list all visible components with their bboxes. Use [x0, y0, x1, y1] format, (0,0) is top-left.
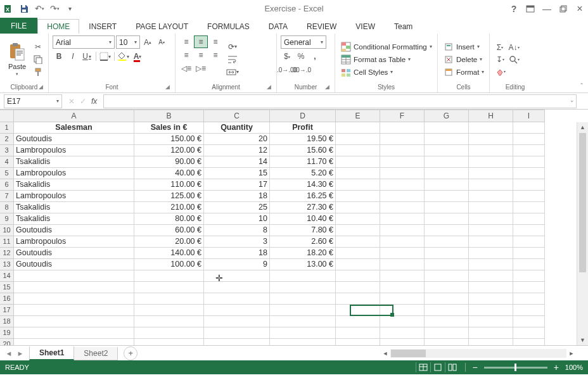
cell[interactable] [380, 213, 425, 225]
cell[interactable]: Goutoudis [14, 259, 134, 270]
cell[interactable] [469, 122, 513, 134]
cell[interactable] [336, 156, 380, 168]
cell[interactable] [336, 270, 380, 282]
cell[interactable] [270, 293, 336, 305]
restore-icon[interactable] [558, 3, 569, 15]
paste-button[interactable]: Paste ▾ [4, 35, 30, 83]
align-right-icon[interactable]: ≡ [208, 49, 222, 61]
cell[interactable]: 18.20 € [270, 248, 336, 259]
col-header-B[interactable]: B [134, 110, 204, 122]
cell[interactable] [336, 293, 380, 305]
cell[interactable] [469, 305, 513, 316]
decrease-indent-icon[interactable]: ◁≡ [179, 62, 193, 75]
cell[interactable] [336, 202, 380, 213]
align-middle-icon[interactable]: ≡ [194, 35, 208, 48]
cell[interactable] [469, 213, 513, 225]
cell[interactable] [14, 270, 134, 282]
excel-app-icon[interactable]: X [3, 3, 15, 15]
cell[interactable] [513, 134, 545, 145]
cell[interactable] [425, 316, 469, 327]
cell[interactable] [425, 202, 469, 213]
undo-icon[interactable]: ↶▾ [33, 3, 46, 15]
clear-icon[interactable]: ▾ [494, 66, 506, 77]
tab-view[interactable]: VIEW [346, 19, 385, 34]
cell[interactable] [134, 282, 204, 293]
cell[interactable] [270, 339, 336, 345]
vertical-scrollbar[interactable]: ▲ ▼ [577, 122, 588, 345]
cell[interactable] [513, 282, 545, 293]
cell[interactable] [336, 316, 380, 327]
cell[interactable] [270, 327, 336, 339]
col-header-G[interactable]: G [425, 110, 469, 122]
tab-insert[interactable]: INSERT [79, 19, 126, 34]
cell[interactable] [425, 270, 469, 282]
orientation-icon[interactable]: ⟳▾ [226, 41, 239, 53]
scroll-thumb[interactable] [579, 133, 586, 272]
cell[interactable] [204, 270, 270, 282]
save-icon[interactable] [18, 3, 30, 15]
autosum-icon[interactable]: Σ▾ [494, 42, 506, 53]
cell[interactable]: 7.80 € [270, 225, 336, 236]
expand-formula-bar-icon[interactable]: ⌄ [570, 97, 575, 103]
cell[interactable] [380, 122, 425, 134]
horizontal-scrollbar[interactable]: ◄ ► [380, 348, 577, 358]
fill-icon[interactable]: ↧▾ [494, 54, 506, 65]
cell[interactable] [336, 145, 380, 156]
row-header[interactable]: 11 [0, 236, 14, 248]
cell[interactable] [336, 213, 380, 225]
qat-customize-icon[interactable]: ▾ [63, 3, 76, 15]
cell[interactable] [336, 179, 380, 191]
cell[interactable]: 110.00 € [134, 179, 204, 191]
cell[interactable] [204, 327, 270, 339]
cell[interactable] [204, 305, 270, 316]
zoom-out-icon[interactable]: − [472, 362, 477, 372]
cell[interactable]: Goutoudis [14, 134, 134, 145]
cell[interactable]: 15 [204, 168, 270, 179]
cell[interactable] [336, 248, 380, 259]
cell[interactable] [134, 305, 204, 316]
find-select-icon[interactable]: ▾ [508, 54, 520, 65]
cell[interactable] [425, 248, 469, 259]
tab-data[interactable]: DATA [259, 19, 297, 34]
cell[interactable] [380, 316, 425, 327]
add-sheet-icon[interactable]: + [124, 346, 137, 360]
cell[interactable] [469, 282, 513, 293]
cell[interactable]: 125.00 € [134, 191, 204, 202]
row-header[interactable]: 7 [0, 191, 14, 202]
cell[interactable] [336, 134, 380, 145]
cell[interactable] [134, 327, 204, 339]
cell[interactable]: 18 [204, 248, 270, 259]
cell[interactable] [336, 282, 380, 293]
align-left-icon[interactable]: ≡ [179, 49, 193, 61]
number-format-select[interactable]: General▾ [281, 35, 326, 49]
cell[interactable]: Tsakalidis [14, 213, 134, 225]
cell[interactable]: Tsakalidis [14, 156, 134, 168]
cell[interactable]: 18 [204, 191, 270, 202]
cell[interactable] [270, 316, 336, 327]
cell[interactable] [380, 259, 425, 270]
cell[interactable] [425, 225, 469, 236]
cell[interactable]: 60.00 € [134, 225, 204, 236]
cell[interactable] [425, 179, 469, 191]
cell[interactable] [469, 134, 513, 145]
help-icon[interactable]: ? [508, 3, 520, 15]
cell[interactable] [380, 282, 425, 293]
zoom-in-icon[interactable]: + [554, 362, 559, 372]
cell[interactable] [513, 248, 545, 259]
underline-icon[interactable]: U▾ [80, 51, 93, 62]
cell[interactable] [336, 327, 380, 339]
cell[interactable] [469, 248, 513, 259]
cell[interactable] [469, 327, 513, 339]
row-header[interactable]: 13 [0, 259, 14, 270]
font-name-select[interactable]: Arial▾ [53, 35, 115, 49]
redo-icon[interactable]: ↷▾ [48, 3, 61, 15]
row-header[interactable]: 12 [0, 248, 14, 259]
cell[interactable] [513, 293, 545, 305]
cell[interactable]: Lambropoulos [14, 145, 134, 156]
cell[interactable]: Sales in € [134, 122, 204, 134]
cell[interactable]: 17 [204, 179, 270, 191]
cell[interactable] [336, 122, 380, 134]
sheet-nav-prev-icon[interactable]: ◄ [4, 350, 14, 357]
spreadsheet-grid[interactable]: A B C D E F G H I 1SalesmanSales in €Qua… [0, 110, 588, 345]
row-header[interactable]: 9 [0, 213, 14, 225]
